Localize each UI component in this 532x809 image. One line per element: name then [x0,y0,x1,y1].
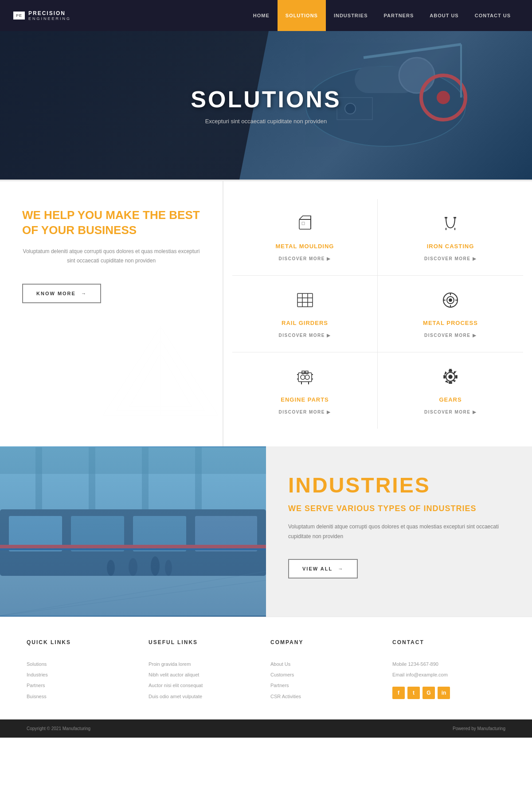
footer-company-about[interactable]: About Us [270,659,383,669]
footer-company: COMPANY About Us Customers Partners CSR … [270,639,383,702]
svg-rect-48 [35,447,42,616]
service-metal-moulding: METAL MOULDING DISCOVER MORE ▶ [232,199,378,276]
footer-link-buisness[interactable]: Buisness [27,691,140,702]
footer-useful-3[interactable]: Auctor nisi elit consequat [149,680,262,691]
svg-point-38 [301,375,305,379]
linkedin-icon[interactable]: in [438,687,450,699]
gears-icon [387,366,514,391]
contact-heading: CONTACT [392,639,505,650]
hero-content: SOLUTIONS Excepturi sint occaecati cupid… [191,86,341,125]
svg-rect-51 [195,447,202,616]
services-grid: METAL MOULDING DISCOVER MORE ▶ IRON CAST… [223,181,532,446]
svg-rect-58 [0,545,266,548]
social-icons: f t G in [392,687,505,699]
service-iron-casting: IRON CASTING DISCOVER MORE ▶ [378,199,523,276]
industries-section: INDUSTRIES WE SERVE VARIOUS TYPES OF IND… [0,446,532,617]
metro-illustration [0,446,266,617]
nav-home[interactable]: HOME [245,0,278,31]
logo-abbr: PE [13,12,25,20]
copyright-text: Copyright © 2021 Manufacturing [27,726,90,731]
solutions-left: WE HELP YOU MAKE THE BEST OF YOUR BUSINE… [0,181,223,446]
industries-description: Voluptatum deleniti atque corrupti quos … [288,522,510,541]
gears-discover[interactable]: DISCOVER MORE ▶ [424,410,477,414]
useful-links-heading: USEFUL LINKS [149,639,262,650]
contact-email: Email info@example.com [392,669,505,680]
arrow-icon: ▶ [473,410,477,414]
svg-point-62 [165,560,172,576]
svg-rect-53 [0,509,266,576]
gears-name: GEARS [387,396,514,403]
hero-subtitle: Excepturi sint occaecati cupiditate non … [191,118,341,125]
metal-process-discover[interactable]: DISCOVER MORE ▶ [424,333,477,338]
service-rail-girders: RAIL GIRDERS DISCOVER MORE ▶ [232,276,378,352]
arrow-icon: ▶ [473,333,477,338]
hero-section: SOLUTIONS Excepturi sint occaecati cupid… [0,31,532,180]
iron-casting-discover[interactable]: DISCOVER MORE ▶ [424,256,477,261]
hero-title: SOLUTIONS [191,86,341,113]
view-all-button[interactable]: VIEW ALL → [288,559,358,578]
arrow-icon: ▶ [327,333,331,338]
engine-icon [294,366,316,388]
facebook-icon[interactable]: f [392,687,405,699]
svg-line-64 [0,571,266,616]
footer-link-solutions[interactable]: Solutions [27,659,140,669]
solutions-heading: WE HELP YOU MAKE THE BEST OF YOUR BUSINE… [22,208,200,238]
know-more-button[interactable]: KNOW MORE → [22,284,101,303]
nav-solutions[interactable]: SOLUTIONS [278,0,326,31]
industries-image [0,446,266,617]
footer-contact: CONTACT Mobile 1234-567-890 Email info@e… [392,639,505,702]
nav-partners[interactable]: PARTNERS [376,0,422,31]
arrow-icon: ▶ [473,256,477,261]
logo-line2: ENGINEERING [28,16,71,21]
service-gears: GEARS DISCOVER MORE ▶ [378,352,523,429]
svg-rect-36 [302,371,305,374]
google-icon[interactable]: G [422,687,435,699]
footer-useful-4[interactable]: Duis odio amet vulputate [149,691,262,702]
footer-link-industries[interactable]: Industries [27,669,140,680]
svg-rect-37 [305,371,308,374]
footer-quick-links: QUICK LINKS Solutions Industries Partner… [27,639,140,702]
gear-ring-icon [439,289,462,311]
metal-moulding-discover[interactable]: DISCOVER MORE ▶ [278,256,331,261]
engine-parts-discover[interactable]: DISCOVER MORE ▶ [278,410,331,414]
main-nav: HOME SOLUTIONS INDUSTRIES PARTNERS ABOUT… [245,0,519,31]
footer: QUICK LINKS Solutions Industries Partner… [0,617,532,738]
footer-company-customers[interactable]: Customers [270,669,383,680]
footer-company-csr[interactable]: CSR Activities [270,691,383,702]
rail-girders-discover[interactable]: DISCOVER MORE ▶ [278,333,331,338]
engine-parts-icon [241,366,368,391]
svg-rect-52 [0,571,266,616]
service-engine-parts: ENGINE PARTS DISCOVER MORE ▶ [232,352,378,429]
geometric-illustration [98,322,223,446]
footer-columns: QUICK LINKS Solutions Industries Partner… [27,639,505,702]
rail-girders-name: RAIL GIRDERS [241,320,368,326]
view-all-label: VIEW ALL [302,566,332,571]
twitter-icon[interactable]: t [407,687,420,699]
svg-rect-18 [302,222,305,225]
footer-useful-2[interactable]: Nibh velit auctor aliquet [149,669,262,680]
svg-rect-55 [71,516,124,551]
footer-useful-1[interactable]: Proin gravida lorem [149,659,262,669]
footer-useful-links: USEFUL LINKS Proin gravida lorem Nibh ve… [149,639,262,702]
svg-point-63 [107,560,115,576]
svg-rect-47 [0,447,266,474]
iron-casting-icon [387,212,514,238]
metal-process-icon [387,289,514,314]
svg-point-2 [399,58,434,93]
logo-text: PRECISION ENGINEERING [28,10,71,21]
svg-point-61 [151,556,160,576]
nav-industries[interactable]: INDUSTRIES [326,0,376,31]
footer-link-partners[interactable]: Partners [27,680,140,691]
bg-illustration [98,322,223,446]
svg-point-45 [449,375,452,379]
nav-contact[interactable]: CONTACT US [467,0,519,31]
metal-process-name: METAL PROCESS [387,320,514,326]
svg-point-39 [305,375,309,379]
service-metal-process: METAL PROCESS DISCOVER MORE ▶ [378,276,523,352]
svg-line-5 [364,44,461,58]
nav-about[interactable]: ABOUT US [422,0,466,31]
svg-rect-54 [9,516,62,551]
footer-company-partners[interactable]: Partners [270,680,383,691]
footer-bottom: Copyright © 2021 Manufacturing Powered b… [0,719,532,738]
header: PE PRECISION ENGINEERING HOME SOLUTIONS … [0,0,532,31]
